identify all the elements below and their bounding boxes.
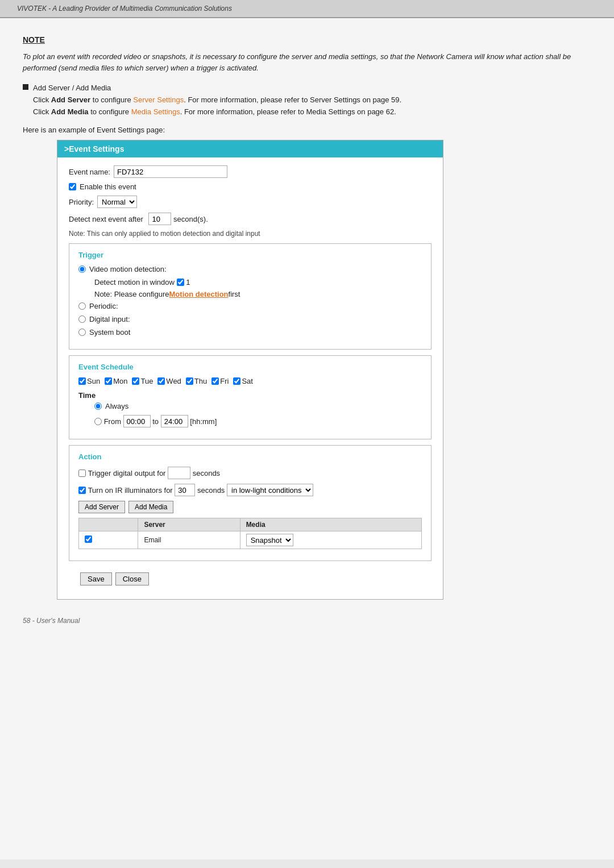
day-mon-checkbox[interactable] — [105, 377, 112, 385]
table-row-media-select[interactable]: Snapshot — [246, 534, 293, 546]
enable-event-checkbox[interactable] — [69, 183, 76, 190]
motion-note-suffix: first — [229, 290, 240, 298]
day-sun-label: Sun — [87, 377, 100, 385]
add-server-button[interactable]: Add Server — [78, 501, 125, 513]
line2-suffix: . For more information, please refer to … — [180, 107, 396, 116]
action-section: Action Trigger digital output for second… — [69, 445, 432, 561]
video-motion-label: Video motion detection: — [89, 265, 167, 273]
digital-input-radio[interactable] — [78, 315, 86, 323]
save-button[interactable]: Save — [80, 572, 112, 585]
event-schedule-title: Event Schedule — [78, 363, 422, 371]
day-thu-checkbox[interactable] — [186, 377, 193, 385]
bullet-item-addserver: Add Server / Add Media Click Add Server … — [23, 82, 591, 118]
table-row-checkbox[interactable] — [85, 535, 92, 543]
add-media-bold: Add Media — [51, 107, 89, 116]
day-thu: Thu — [186, 377, 207, 385]
day-fri-checkbox[interactable] — [211, 377, 219, 385]
day-sun: Sun — [78, 377, 100, 385]
detect-motion-row: Detect motion in window 1 — [94, 278, 422, 286]
event-settings-panel: >Event Settings Event name: Enable this … — [57, 140, 443, 600]
enable-event-label: Enable this event — [80, 182, 136, 191]
event-note-small: Note: This can only applied to motion de… — [69, 230, 432, 238]
day-wed-checkbox[interactable] — [157, 377, 165, 385]
priority-row: Priority: Normal High Low — [69, 196, 432, 208]
close-button[interactable]: Close — [115, 572, 149, 585]
day-tue-checkbox[interactable] — [132, 377, 139, 385]
always-label: Always — [105, 402, 128, 410]
table-header-media: Media — [240, 518, 421, 531]
media-table: Server Media Email Snapshot — [78, 518, 422, 549]
day-mon-label: Mon — [113, 377, 127, 385]
add-server-bold: Add Server — [51, 95, 90, 104]
day-sat: Sat — [233, 377, 253, 385]
always-radio[interactable] — [94, 402, 102, 410]
always-row: Always — [78, 402, 422, 410]
day-tue-label: Tue — [140, 377, 153, 385]
schedule-days: Sun Mon Tue Wed — [78, 377, 422, 385]
periodic-label: Periodic: — [89, 302, 118, 310]
from-radio[interactable] — [94, 418, 102, 425]
detect-next-row: Detect next event after second(s). — [69, 213, 432, 225]
line2-prefix: Click — [33, 107, 51, 116]
video-motion-radio[interactable] — [78, 265, 86, 273]
event-name-input[interactable] — [114, 165, 227, 178]
detect-next-label: Detect next event after — [69, 215, 143, 223]
line2-middle: to configure — [89, 107, 131, 116]
ir-checkbox[interactable] — [78, 487, 86, 494]
periodic-radio[interactable] — [78, 302, 86, 310]
table-header-server: Server — [138, 518, 240, 531]
day-mon: Mon — [105, 377, 127, 385]
table-row: Email Snapshot — [79, 531, 422, 549]
to-input[interactable] — [161, 415, 188, 427]
enable-event-row: Enable this event — [69, 182, 432, 191]
trigger-indented: Detect motion in window 1 Note: Please c… — [78, 278, 422, 298]
trigger-section: Trigger Video motion detection: Detect m… — [69, 243, 432, 350]
system-boot-radio[interactable] — [78, 329, 86, 336]
table-header-empty — [79, 518, 138, 531]
day-sat-checkbox[interactable] — [233, 377, 240, 385]
priority-label: Priority: — [69, 198, 94, 206]
ir-seconds: seconds — [197, 486, 225, 495]
system-boot-row: System boot — [78, 328, 422, 337]
hhmm-label: [hh:mm] — [190, 417, 217, 426]
digital-output-label: Trigger digital output for — [88, 469, 166, 477]
ir-input[interactable] — [175, 484, 195, 496]
header-tagline: VIVOTEK - A Leading Provider of Multimed… — [17, 5, 232, 13]
motion-note-row: Note: Please configure Motion detection … — [94, 290, 422, 298]
server-settings-link[interactable]: Server Settings — [133, 95, 184, 104]
to-label: to — [152, 417, 159, 426]
table-row-server: Email — [138, 531, 240, 549]
day-sun-checkbox[interactable] — [78, 377, 86, 385]
table-row-check — [79, 531, 138, 549]
time-section: Time Always From to — [78, 391, 422, 427]
digital-output-checkbox[interactable] — [78, 470, 86, 477]
system-boot-label: System boot — [89, 328, 130, 337]
from-label: From — [104, 417, 121, 426]
media-settings-link[interactable]: Media Settings — [131, 107, 180, 116]
day-tue: Tue — [132, 377, 153, 385]
digital-output-input[interactable] — [168, 467, 190, 479]
digital-input-label: Digital input: — [89, 315, 130, 323]
add-media-button[interactable]: Add Media — [128, 501, 173, 513]
header-bar: VIVOTEK - A Leading Provider of Multimed… — [0, 0, 614, 18]
priority-select[interactable]: Normal High Low — [97, 196, 137, 208]
ir-row: Turn on IR illuminators for seconds in l… — [78, 484, 422, 496]
detect-motion-checkbox[interactable] — [177, 279, 184, 286]
from-input[interactable] — [123, 415, 151, 427]
detect-next-input[interactable] — [148, 213, 171, 225]
line1-prefix: Click — [33, 95, 51, 104]
event-schedule-section: Event Schedule Sun Mon Tue — [69, 355, 432, 439]
motion-detection-link[interactable]: Motion detection — [169, 290, 229, 298]
motion-note-prefix: Note: Please configure — [94, 290, 169, 298]
main-content: NOTE To plot an event with recorded vide… — [0, 18, 614, 859]
day-sat-label: Sat — [242, 377, 253, 385]
periodic-row: Periodic: — [78, 302, 422, 310]
line1-suffix: . For more information, please refer to … — [184, 95, 401, 104]
detect-motion-value: 1 — [186, 278, 190, 286]
event-settings-header: >Event Settings — [57, 140, 443, 157]
note-title: NOTE — [23, 35, 591, 44]
ir-condition-select[interactable]: in low-light conditions always — [227, 484, 313, 496]
digital-output-seconds: seconds — [193, 469, 220, 477]
from-row: From to [hh:mm] — [78, 415, 422, 427]
day-thu-label: Thu — [194, 377, 207, 385]
